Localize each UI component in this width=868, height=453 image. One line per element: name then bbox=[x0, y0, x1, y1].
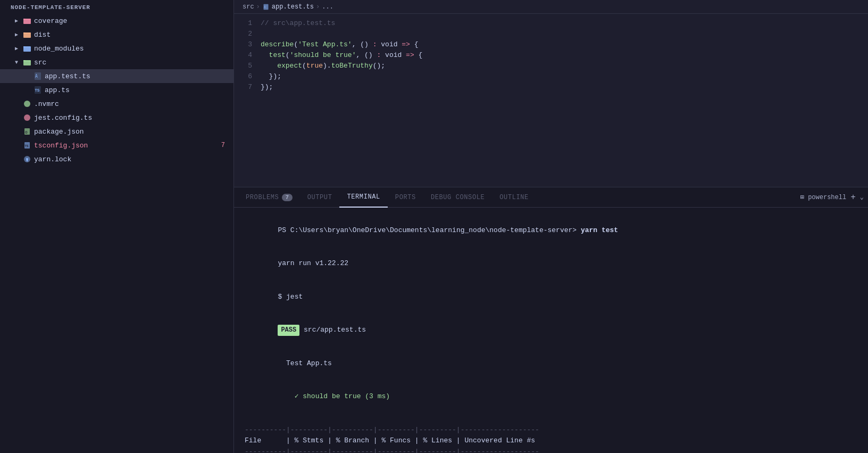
breadcrumb-src: src bbox=[243, 3, 254, 11]
tab-problems-badge: 7 bbox=[282, 194, 292, 201]
line-num-3: 3 bbox=[234, 39, 261, 50]
folder-src-icon bbox=[22, 57, 32, 67]
terminal-chevron-btn[interactable]: ⌄ bbox=[860, 193, 864, 201]
tab-debug-label: DEBUG CONSOLE bbox=[431, 194, 485, 201]
terminal-jest-cmd-line: $ jest bbox=[245, 281, 857, 314]
sidebar-title: NODE-TEMPLATE-SERVER bbox=[0, 0, 233, 14]
sidebar-label-jest-config: jest.config.ts bbox=[34, 114, 229, 122]
terminal-suite-name-text bbox=[278, 359, 286, 367]
breadcrumb-ellipsis: ... bbox=[322, 3, 333, 11]
line-num-7: 7 bbox=[234, 82, 261, 93]
sidebar-label-yarn-lock: yarn.lock bbox=[34, 155, 229, 163]
code-line-2: 2 bbox=[234, 29, 868, 39]
jest-icon bbox=[22, 113, 32, 122]
line-content-6: }); bbox=[261, 71, 868, 82]
terminal-pass-file bbox=[299, 326, 304, 334]
sidebar-item-app-test-ts[interactable]: ▶ A app.test.ts bbox=[0, 69, 233, 83]
sidebar-label-coverage: coverage bbox=[34, 17, 229, 25]
sidebar-label-tsconfig: tsconfig.json bbox=[34, 142, 219, 150]
tab-output[interactable]: OUTPUT bbox=[300, 187, 340, 208]
code-line-5: 5 expect(true).toBeTruthy(); bbox=[234, 61, 868, 71]
sidebar-item-node-modules[interactable]: ▶ node_modules bbox=[0, 42, 233, 55]
ts-file-icon: TS bbox=[33, 85, 43, 95]
terminal-pass-line: PASS src/app.test.ts bbox=[245, 314, 857, 347]
line-num-4: 4 bbox=[234, 50, 261, 61]
breadcrumb-sep-1: › bbox=[256, 3, 260, 11]
chevron-down-icon: ▼ bbox=[13, 59, 20, 66]
sidebar-item-src[interactable]: ▼ src bbox=[0, 55, 233, 69]
chevron-right-icon: ▶ bbox=[13, 31, 20, 38]
tab-terminal[interactable]: TERMINAL bbox=[339, 187, 387, 208]
svg-text:TS: TS bbox=[35, 88, 40, 92]
line-content-3: describe('Test App.ts', () : void => { bbox=[261, 39, 868, 50]
terminal-suite-name: Test App.ts bbox=[245, 347, 857, 380]
tab-outline-label: OUTLINE bbox=[499, 194, 529, 201]
line-content-7: }); bbox=[261, 82, 868, 93]
breadcrumb-sep-2: › bbox=[316, 3, 320, 11]
svg-text:A: A bbox=[35, 74, 38, 79]
line-content-4: test('should be true', () : void => { bbox=[261, 50, 868, 61]
sidebar-item-nvmrc[interactable]: ▶ .nvmrc bbox=[0, 97, 233, 111]
tab-outline[interactable]: OUTLINE bbox=[492, 187, 536, 208]
pkg-icon: {} bbox=[22, 127, 32, 136]
svg-point-8 bbox=[24, 101, 30, 107]
terminal-prompt-line: PS C:\Users\bryan\OneDrive\Documents\lea… bbox=[245, 214, 857, 247]
terminal-add-btn[interactable]: + bbox=[850, 193, 856, 202]
terminal-test-indent bbox=[278, 392, 294, 400]
line-num-6: 6 bbox=[234, 71, 261, 82]
breadcrumb-file-icon: A bbox=[262, 3, 270, 11]
chevron-right-icon: ▶ bbox=[13, 17, 20, 24]
sidebar-item-app-ts[interactable]: ▶ TS app.ts bbox=[0, 83, 233, 97]
folder-icon bbox=[22, 30, 32, 39]
terminal-yarn-version: yarn run v1.22.22 bbox=[245, 247, 857, 280]
terminal-tabs: PROBLEMS 7 OUTPUT TERMINAL PORTS DEBUG C… bbox=[234, 187, 868, 208]
sidebar-label-node-modules: node_modules bbox=[34, 45, 229, 53]
terminal-test-result: ✓ should be true (3 ms) bbox=[245, 380, 857, 413]
terminal-cov-sep-1: ----------|---------|----------|--------… bbox=[245, 425, 857, 436]
sidebar-item-yarn-lock[interactable]: ▶ yarn.lock bbox=[0, 152, 233, 166]
nvmrc-icon bbox=[22, 99, 32, 109]
terminal-right: ⊞ powershell + ⌄ bbox=[800, 193, 864, 202]
terminal-command: yarn test bbox=[581, 226, 618, 234]
tab-output-label: OUTPUT bbox=[307, 194, 332, 201]
code-editor[interactable]: 1 // src\app.test.ts 2 3 describe('Test … bbox=[234, 14, 868, 187]
line-num-2: 2 bbox=[234, 29, 261, 39]
svg-point-9 bbox=[24, 114, 30, 121]
pass-badge: PASS bbox=[278, 325, 299, 336]
code-line-4: 4 test('should be true', () : void => { bbox=[234, 50, 868, 61]
tab-problems[interactable]: PROBLEMS 7 bbox=[238, 187, 300, 208]
tab-ports-label: PORTS bbox=[395, 194, 416, 201]
terminal-body[interactable]: PS C:\Users\bryan\OneDrive\Documents\lea… bbox=[234, 208, 868, 453]
yarn-icon bbox=[22, 154, 32, 164]
tab-ports[interactable]: PORTS bbox=[388, 187, 423, 208]
terminal-panel: PROBLEMS 7 OUTPUT TERMINAL PORTS DEBUG C… bbox=[234, 187, 868, 453]
sidebar-label-nvmrc: .nvmrc bbox=[34, 100, 229, 108]
terminal-spacer-1 bbox=[245, 414, 857, 425]
breadcrumb: src › A app.test.ts › ... bbox=[234, 0, 868, 14]
terminal-cov-sep-2: ----------|---------|----------|--------… bbox=[245, 447, 857, 453]
sidebar-label-dist: dist bbox=[34, 31, 229, 39]
terminal-pass-file-name: src/app.test.ts bbox=[304, 326, 366, 334]
terminal-yarn-version-text: yarn run v1.22.22 bbox=[278, 259, 348, 267]
terminal-cov-header: File | % Stmts | % Branch | % Funcs | % … bbox=[245, 435, 857, 447]
terminal-suite-label: Test App.ts bbox=[286, 359, 332, 367]
code-line-3: 3 describe('Test App.ts', () : void => { bbox=[234, 39, 868, 50]
tab-debug[interactable]: DEBUG CONSOLE bbox=[423, 187, 492, 208]
sidebar-item-package-json[interactable]: ▶ {} package.json bbox=[0, 125, 233, 138]
sidebar-label-app-test-ts: app.test.ts bbox=[45, 72, 229, 80]
sidebar-item-coverage[interactable]: ▶ coverage bbox=[0, 14, 233, 28]
sidebar-item-jest-config[interactable]: ▶ jest.config.ts bbox=[0, 111, 233, 125]
test-file-icon: A bbox=[33, 71, 43, 81]
sidebar: NODE-TEMPLATE-SERVER ▶ coverage ▶ dist ▶ bbox=[0, 0, 234, 453]
chevron-right-icon: ▶ bbox=[13, 45, 20, 52]
sidebar-item-tsconfig[interactable]: ▶ TS tsconfig.json 7 bbox=[0, 138, 233, 152]
sidebar-label-src: src bbox=[34, 59, 229, 67]
error-badge-tsconfig: 7 bbox=[221, 142, 229, 149]
code-line-7: 7 }); bbox=[234, 82, 868, 93]
sidebar-item-dist[interactable]: ▶ dist bbox=[0, 28, 233, 42]
line-content-5: expect(true).toBeTruthy(); bbox=[261, 61, 868, 71]
folder-icon bbox=[22, 16, 32, 26]
folder-icon bbox=[22, 44, 32, 53]
terminal-prompt: PS C:\Users\bryan\OneDrive\Documents\lea… bbox=[278, 226, 581, 234]
main-area: src › A app.test.ts › ... 1 // src\app.t… bbox=[234, 0, 868, 453]
